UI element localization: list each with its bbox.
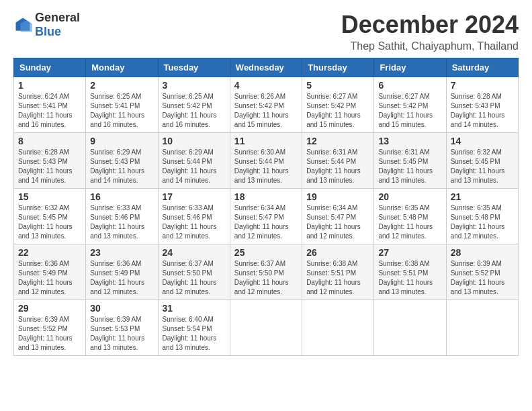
day-info: Sunrise: 6:29 AMSunset: 5:44 PMDaylight:… [163, 148, 226, 185]
day-number: 21 [451, 191, 514, 202]
calendar-cell: 23Sunrise: 6:36 AMSunset: 5:49 PMDayligh… [86, 244, 158, 300]
calendar-cell: 27Sunrise: 6:38 AMSunset: 5:51 PMDayligh… [374, 244, 446, 300]
day-info: Sunrise: 6:27 AMSunset: 5:42 PMDaylight:… [306, 92, 369, 130]
logo-general: General [35, 11, 80, 24]
calendar-cell: 21Sunrise: 6:35 AMSunset: 5:48 PMDayligh… [446, 189, 518, 244]
day-number: 23 [90, 247, 153, 258]
day-number: 31 [163, 303, 226, 314]
calendar-week-row: 8Sunrise: 6:28 AMSunset: 5:43 PMDaylight… [14, 133, 519, 189]
calendar-cell: 16Sunrise: 6:33 AMSunset: 5:46 PMDayligh… [86, 189, 158, 244]
logo: General Blue [13, 11, 80, 39]
calendar-table: SundayMondayTuesdayWednesdayThursdayFrid… [13, 58, 519, 356]
day-number: 11 [234, 136, 298, 146]
calendar-cell [230, 300, 302, 356]
day-info: Sunrise: 6:32 AMSunset: 5:45 PMDaylight:… [451, 148, 514, 185]
calendar-week-row: 22Sunrise: 6:36 AMSunset: 5:49 PMDayligh… [14, 244, 519, 300]
day-number: 30 [90, 303, 153, 314]
calendar-cell: 2Sunrise: 6:25 AMSunset: 5:41 PMDaylight… [86, 77, 158, 133]
calendar-cell: 18Sunrise: 6:34 AMSunset: 5:47 PMDayligh… [230, 189, 302, 244]
day-info: Sunrise: 6:39 AMSunset: 5:53 PMDaylight:… [90, 315, 153, 353]
day-info: Sunrise: 6:28 AMSunset: 5:43 PMDaylight:… [451, 92, 514, 130]
day-info: Sunrise: 6:39 AMSunset: 5:52 PMDaylight:… [451, 259, 514, 297]
day-info: Sunrise: 6:31 AMSunset: 5:45 PMDaylight:… [378, 148, 441, 185]
calendar-cell: 11Sunrise: 6:30 AMSunset: 5:44 PMDayligh… [230, 133, 302, 189]
day-number: 24 [163, 247, 226, 258]
day-info: Sunrise: 6:39 AMSunset: 5:52 PMDaylight:… [18, 315, 81, 353]
calendar-cell: 20Sunrise: 6:35 AMSunset: 5:48 PMDayligh… [374, 189, 446, 244]
day-number: 1 [18, 80, 81, 91]
calendar-cell: 25Sunrise: 6:37 AMSunset: 5:50 PMDayligh… [230, 244, 302, 300]
calendar-cell [374, 300, 446, 356]
calendar-cell: 19Sunrise: 6:34 AMSunset: 5:47 PMDayligh… [302, 189, 374, 244]
day-info: Sunrise: 6:35 AMSunset: 5:48 PMDaylight:… [451, 203, 514, 241]
day-info: Sunrise: 6:37 AMSunset: 5:50 PMDaylight:… [234, 259, 298, 297]
calendar-header-thursday: Thursday [302, 58, 374, 77]
day-info: Sunrise: 6:34 AMSunset: 5:47 PMDaylight:… [306, 203, 369, 241]
calendar-week-row: 29Sunrise: 6:39 AMSunset: 5:52 PMDayligh… [14, 300, 519, 356]
calendar-cell: 15Sunrise: 6:32 AMSunset: 5:45 PMDayligh… [14, 189, 86, 244]
day-number: 12 [306, 136, 369, 146]
day-info: Sunrise: 6:30 AMSunset: 5:44 PMDaylight:… [234, 148, 298, 185]
calendar-header-row: SundayMondayTuesdayWednesdayThursdayFrid… [14, 58, 519, 77]
day-number: 2 [90, 80, 153, 91]
calendar-cell: 12Sunrise: 6:31 AMSunset: 5:44 PMDayligh… [302, 133, 374, 189]
day-info: Sunrise: 6:36 AMSunset: 5:49 PMDaylight:… [90, 259, 153, 297]
day-number: 9 [90, 136, 153, 146]
day-info: Sunrise: 6:28 AMSunset: 5:43 PMDaylight:… [18, 148, 81, 185]
calendar-cell: 9Sunrise: 6:29 AMSunset: 5:43 PMDaylight… [86, 133, 158, 189]
logo-blue: Blue [35, 25, 61, 38]
calendar-header-saturday: Saturday [446, 58, 518, 77]
day-number: 8 [18, 136, 81, 146]
day-info: Sunrise: 6:24 AMSunset: 5:41 PMDaylight:… [18, 92, 81, 130]
calendar-cell: 22Sunrise: 6:36 AMSunset: 5:49 PMDayligh… [14, 244, 86, 300]
day-number: 10 [163, 136, 226, 146]
calendar-cell: 5Sunrise: 6:27 AMSunset: 5:42 PMDaylight… [302, 77, 374, 133]
calendar-cell: 14Sunrise: 6:32 AMSunset: 5:45 PMDayligh… [446, 133, 518, 189]
day-number: 19 [306, 191, 369, 202]
day-number: 15 [18, 191, 81, 202]
calendar-cell: 1Sunrise: 6:24 AMSunset: 5:41 PMDaylight… [14, 77, 86, 133]
calendar-cell: 30Sunrise: 6:39 AMSunset: 5:53 PMDayligh… [86, 300, 158, 356]
calendar-header-monday: Monday [86, 58, 158, 77]
day-info: Sunrise: 6:40 AMSunset: 5:54 PMDaylight:… [163, 315, 226, 353]
day-number: 3 [163, 80, 226, 91]
calendar-cell: 6Sunrise: 6:27 AMSunset: 5:42 PMDaylight… [374, 77, 446, 133]
calendar-cell: 10Sunrise: 6:29 AMSunset: 5:44 PMDayligh… [158, 133, 230, 189]
day-number: 29 [18, 303, 81, 314]
day-number: 6 [378, 80, 441, 91]
calendar-week-row: 15Sunrise: 6:32 AMSunset: 5:45 PMDayligh… [14, 189, 519, 244]
calendar-cell: 29Sunrise: 6:39 AMSunset: 5:52 PMDayligh… [14, 300, 86, 356]
calendar-header-friday: Friday [374, 58, 446, 77]
logo-icon [13, 15, 32, 34]
day-info: Sunrise: 6:31 AMSunset: 5:44 PMDaylight:… [306, 148, 369, 185]
day-info: Sunrise: 6:27 AMSunset: 5:42 PMDaylight:… [378, 92, 441, 130]
day-info: Sunrise: 6:32 AMSunset: 5:45 PMDaylight:… [18, 203, 81, 241]
calendar-header-sunday: Sunday [14, 58, 86, 77]
calendar-header-tuesday: Tuesday [158, 58, 230, 77]
day-number: 27 [378, 247, 441, 258]
calendar-cell: 13Sunrise: 6:31 AMSunset: 5:45 PMDayligh… [374, 133, 446, 189]
day-number: 4 [234, 80, 298, 91]
day-info: Sunrise: 6:38 AMSunset: 5:51 PMDaylight:… [378, 259, 441, 297]
day-info: Sunrise: 6:34 AMSunset: 5:47 PMDaylight:… [234, 203, 298, 241]
day-number: 5 [306, 80, 369, 91]
calendar-week-row: 1Sunrise: 6:24 AMSunset: 5:41 PMDaylight… [14, 77, 519, 133]
day-info: Sunrise: 6:26 AMSunset: 5:42 PMDaylight:… [234, 92, 298, 130]
day-info: Sunrise: 6:37 AMSunset: 5:50 PMDaylight:… [163, 259, 226, 297]
calendar-cell: 7Sunrise: 6:28 AMSunset: 5:43 PMDaylight… [446, 77, 518, 133]
calendar-cell [446, 300, 518, 356]
calendar-cell: 4Sunrise: 6:26 AMSunset: 5:42 PMDaylight… [230, 77, 302, 133]
calendar-body: 1Sunrise: 6:24 AMSunset: 5:41 PMDaylight… [14, 77, 519, 356]
day-info: Sunrise: 6:29 AMSunset: 5:43 PMDaylight:… [90, 148, 153, 185]
day-number: 7 [451, 80, 514, 91]
calendar-cell: 26Sunrise: 6:38 AMSunset: 5:51 PMDayligh… [302, 244, 374, 300]
calendar-cell: 3Sunrise: 6:25 AMSunset: 5:42 PMDaylight… [158, 77, 230, 133]
day-info: Sunrise: 6:33 AMSunset: 5:46 PMDaylight:… [163, 203, 226, 241]
page-header: General Blue December 2024 Thep Sathit, … [13, 11, 519, 52]
day-number: 25 [234, 247, 298, 258]
day-number: 28 [451, 247, 514, 258]
day-info: Sunrise: 6:33 AMSunset: 5:46 PMDaylight:… [90, 203, 153, 241]
calendar-cell: 8Sunrise: 6:28 AMSunset: 5:43 PMDaylight… [14, 133, 86, 189]
day-info: Sunrise: 6:25 AMSunset: 5:42 PMDaylight:… [163, 92, 226, 130]
day-info: Sunrise: 6:38 AMSunset: 5:51 PMDaylight:… [306, 259, 369, 297]
